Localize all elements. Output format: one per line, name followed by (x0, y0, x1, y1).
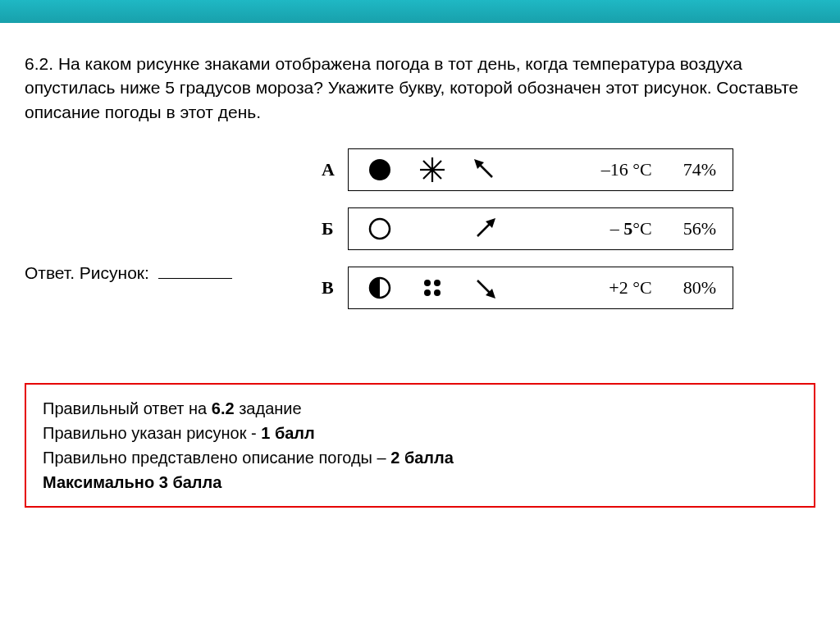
scoring-line-1: Правильный ответ на 6.2 задание (43, 396, 797, 421)
rain-dots-icon (418, 273, 447, 303)
temp-v: +2 °C (609, 277, 651, 299)
humidity-a: 74% (683, 159, 716, 180)
svg-point-14 (434, 289, 441, 296)
answer-label: Ответ. Рисунок: (25, 263, 232, 283)
wind-arrow-se-icon (470, 273, 500, 303)
humidity-v: 80% (683, 277, 716, 299)
svg-point-12 (434, 280, 441, 286)
weather-box-v: +2 °C 80% (348, 267, 733, 309)
row-letter-v: В (322, 277, 338, 299)
scoring-1a: Правильный ответ на (43, 399, 212, 417)
scoring-2a: Правильно указан рисунок - (43, 424, 261, 442)
wind-arrow-ne-icon (470, 214, 500, 244)
row-letter-a: А (322, 159, 338, 180)
weather-row-a: А (322, 148, 733, 191)
scoring-3a: Правильно представлено описание погоды – (43, 449, 390, 467)
scoring-line-4: Максимально 3 балла (43, 470, 797, 495)
scoring-3b: 2 балла (390, 449, 454, 467)
temp-b-bold: 5 (623, 218, 632, 239)
scoring-1c: задание (235, 399, 302, 417)
svg-line-15 (477, 280, 491, 294)
answer-blank-line (158, 278, 232, 279)
question-number: 6.2. (25, 54, 53, 73)
weather-box-b: – 5°C 56% (348, 207, 733, 250)
question-body: На каком рисунке знаками отображена пого… (25, 54, 798, 121)
temp-b-prefix: – (610, 218, 624, 239)
temp-b: – 5°C (610, 218, 652, 239)
humidity-b: 56% (683, 218, 716, 239)
wind-arrow-nw-icon (470, 155, 500, 185)
scoring-2b: 1 балл (261, 424, 315, 442)
snow-icon (418, 155, 447, 185)
middle-section: Ответ. Рисунок: А (25, 148, 815, 309)
svg-point-7 (370, 219, 390, 239)
question-text: 6.2. На каком рисунке знаками отображена… (25, 52, 815, 124)
temp-a: –16 °C (601, 159, 652, 180)
svg-point-11 (424, 280, 431, 286)
row-letter-b: Б (322, 218, 338, 239)
top-accent-bar (0, 0, 840, 23)
scoring-line-2: Правильно указан рисунок - 1 балл (43, 421, 797, 445)
svg-line-8 (477, 223, 491, 236)
svg-point-0 (369, 159, 390, 180)
weather-row-b: Б – 5°C 56% (322, 207, 733, 250)
content-area: 6.2. На каком рисунке знаками отображена… (0, 23, 840, 309)
weather-box-a: –16 °C 74% (348, 148, 733, 191)
scoring-line-3: Правильно представлено описание погоды –… (43, 445, 797, 470)
svg-point-13 (424, 289, 431, 296)
temp-b-suffix: °C (632, 218, 651, 239)
cloud-full-icon (365, 155, 395, 185)
weather-row-v: В (322, 267, 733, 309)
empty-slot-b (418, 214, 447, 244)
cloud-clear-icon (365, 214, 395, 244)
cloud-half-icon (365, 273, 395, 303)
scoring-box: Правильный ответ на 6.2 задание Правильн… (25, 383, 815, 508)
answer-label-text: Ответ. Рисунок: (25, 263, 149, 282)
svg-line-5 (479, 164, 492, 177)
weather-rows: А (322, 148, 733, 309)
scoring-1b: 6.2 (212, 399, 235, 417)
